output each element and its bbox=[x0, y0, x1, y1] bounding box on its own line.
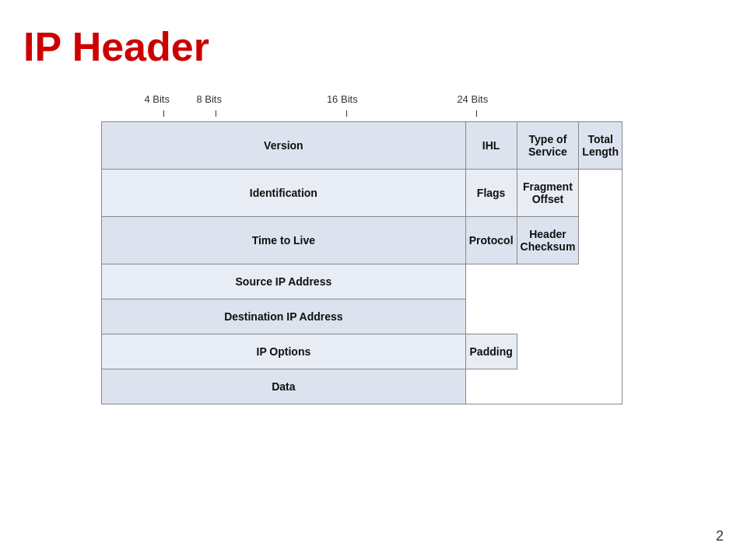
table-row: VersionIHLType of ServiceTotal Length bbox=[102, 122, 622, 170]
table-cell: IHL bbox=[465, 122, 517, 170]
table-row: Time to LiveProtocolHeader Checksum bbox=[102, 217, 622, 264]
bit-marker-label: 16 Bits bbox=[327, 93, 358, 105]
bit-marker-label: 8 Bits bbox=[196, 93, 222, 105]
table-cell: Time to Live bbox=[102, 217, 466, 264]
ip-header-table: VersionIHLType of ServiceTotal LengthIde… bbox=[101, 121, 622, 404]
bit-marker-label: 24 Bits bbox=[457, 93, 488, 105]
table-cell: Header Checksum bbox=[517, 217, 579, 264]
table-cell: Flags bbox=[465, 170, 517, 217]
table-cell: Source IP Address bbox=[102, 264, 466, 299]
table-cell: IP Options bbox=[102, 334, 466, 369]
table-cell: Identification bbox=[102, 170, 466, 217]
page-title: IP Header bbox=[23, 23, 209, 70]
bit-marker-tick bbox=[216, 110, 216, 117]
bit-marker-label: 4 Bits bbox=[144, 93, 170, 105]
table-cell: Padding bbox=[465, 334, 517, 369]
table-cell: Fragment Offset bbox=[517, 170, 579, 217]
table-cell: Version bbox=[102, 122, 466, 170]
table-cell: Data bbox=[102, 369, 466, 404]
table-row: Data bbox=[102, 369, 622, 404]
table-cell: Destination IP Address bbox=[102, 299, 466, 334]
table-cell: Total Length bbox=[579, 122, 622, 170]
table-row: Destination IP Address bbox=[102, 299, 622, 334]
table-cell: Type of Service bbox=[517, 122, 579, 170]
diagram-container: 4 Bits8 Bits16 Bits24 Bits VersionIHLTyp… bbox=[101, 93, 622, 404]
table-row: IP OptionsPadding bbox=[102, 334, 622, 369]
bit-marker-tick bbox=[346, 110, 347, 117]
table-row: IdentificationFlagsFragment Offset bbox=[102, 170, 622, 217]
bit-marker-tick bbox=[163, 110, 164, 117]
bit-markers: 4 Bits8 Bits16 Bits24 Bits bbox=[101, 93, 622, 117]
page-number: 2 bbox=[716, 528, 724, 544]
table-cell: Protocol bbox=[465, 217, 517, 264]
table-row: Source IP Address bbox=[102, 264, 622, 299]
bit-marker-tick bbox=[476, 110, 477, 117]
